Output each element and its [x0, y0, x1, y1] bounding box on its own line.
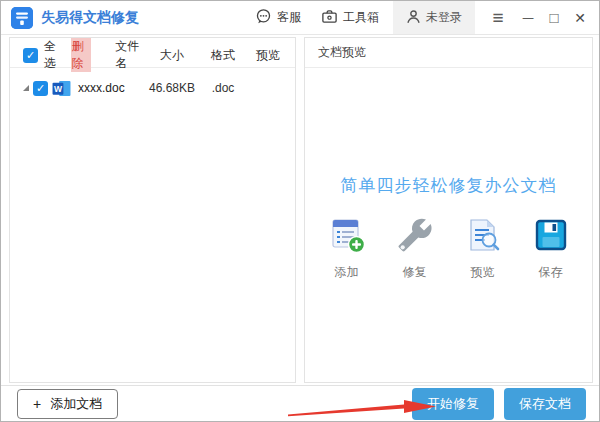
step-repair-label: 修复: [403, 264, 427, 281]
preview-placeholder: 简单四步轻松修复办公文档: [305, 174, 592, 281]
step-add-label: 添加: [335, 264, 359, 281]
step-save-label: 保存: [539, 264, 563, 281]
file-format: .doc: [201, 81, 245, 95]
tree-expander-icon[interactable]: [23, 85, 29, 91]
toolbox-button[interactable]: 工具箱: [321, 1, 379, 34]
app-window: 失易得文档修复 客服: [0, 0, 600, 422]
svg-text:W: W: [54, 83, 63, 93]
customer-service-label: 客服: [277, 9, 301, 26]
preview-headline: 简单四步轻松修复办公文档: [305, 174, 592, 197]
login-button[interactable]: 未登录: [393, 1, 475, 34]
step-add: 添加: [324, 217, 370, 281]
word-file-icon: W: [52, 80, 71, 97]
login-label: 未登录: [426, 9, 462, 26]
add-document-button[interactable]: + 添加文档: [17, 389, 118, 419]
titlebar: 失易得文档修复 客服: [1, 1, 599, 35]
preview-panel-title: 文档预览: [305, 44, 366, 61]
steps-row: 添加 修复: [305, 217, 592, 281]
file-list-panel: ✓ 全选 删除 文件名 大小 格式 预览 ✓ W xxxx.: [9, 37, 296, 383]
menu-icon[interactable]: ≡: [485, 1, 511, 34]
step-preview-label: 预览: [471, 264, 495, 281]
column-size: 大小: [143, 47, 201, 64]
table-row[interactable]: ✓ W xxxx.doc 46.68KB .doc: [10, 73, 295, 103]
column-filename: 文件名: [115, 38, 143, 72]
preview-panel-header: 文档预览: [305, 38, 592, 68]
add-document-icon: [329, 217, 365, 257]
row-checkbox[interactable]: ✓: [33, 81, 48, 96]
step-preview: 预览: [460, 217, 506, 281]
add-document-label: 添加文档: [50, 395, 102, 413]
step-repair: 修复: [392, 217, 438, 281]
chat-bubble-icon: [255, 8, 272, 28]
titlebar-right: 客服 工具箱 未登: [255, 1, 599, 34]
app-logo-icon: [11, 7, 33, 29]
wrench-icon: [397, 217, 433, 257]
plus-icon: +: [33, 396, 41, 412]
file-list-header: ✓ 全选 删除 文件名 大小 格式 预览: [10, 38, 295, 68]
toolbox-icon: [321, 8, 338, 28]
app-title: 失易得文档修复: [41, 9, 139, 27]
customer-service-button[interactable]: 客服: [255, 1, 301, 34]
file-size: 46.68KB: [143, 81, 201, 95]
user-icon: [406, 9, 421, 27]
maximize-button[interactable]: □: [541, 1, 567, 34]
select-all-checkbox[interactable]: ✓: [23, 48, 38, 63]
preview-document-icon: [465, 217, 501, 257]
close-button[interactable]: ✕: [567, 1, 593, 34]
start-repair-button[interactable]: 开始修复: [412, 388, 494, 420]
delete-link[interactable]: 删除: [71, 38, 92, 72]
column-preview: 预览: [245, 47, 291, 64]
file-name: xxxx.doc: [78, 81, 125, 95]
footer: + 添加文档 开始修复 保存文档: [1, 385, 599, 421]
minimize-button[interactable]: ─: [515, 1, 541, 34]
step-save: 保存: [528, 217, 574, 281]
preview-panel: 文档预览 简单四步轻松修复办公文档: [304, 37, 593, 383]
column-format: 格式: [201, 47, 245, 64]
toolbox-label: 工具箱: [343, 9, 379, 26]
save-document-button[interactable]: 保存文档: [504, 388, 586, 420]
save-disk-icon: [533, 217, 569, 257]
select-all-label[interactable]: 全选: [44, 38, 63, 72]
